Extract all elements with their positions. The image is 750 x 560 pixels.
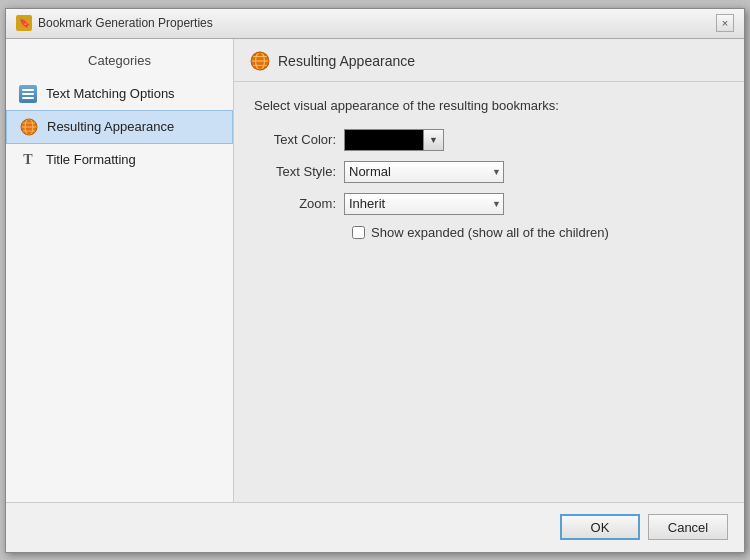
sidebar-item-resulting-appearance[interactable]: Resulting Appearance [6, 110, 233, 144]
panel-title: Resulting Appearance [278, 53, 415, 69]
zoom-label: Zoom: [254, 196, 344, 211]
sidebar-item-label-resulting-appearance: Resulting Appearance [47, 119, 174, 134]
text-style-select-wrapper: Normal Bold Italic Bold Italic [344, 161, 504, 183]
text-color-row: Text Color: ▼ [254, 129, 724, 151]
zoom-row: Zoom: Inherit Fit Page Fit Width Fit Hei… [254, 193, 724, 215]
sidebar-item-label-title-formatting: Title Formatting [46, 152, 136, 167]
color-picker-button[interactable] [344, 129, 424, 151]
content-area: Categories Text Matching Options [6, 39, 744, 502]
textmatch-icon [18, 84, 38, 104]
globe-icon [19, 117, 39, 137]
main-panel: Resulting Appearance Select visual appea… [234, 39, 744, 502]
cancel-button[interactable]: Cancel [648, 514, 728, 540]
sidebar-item-text-matching[interactable]: Text Matching Options [6, 78, 233, 110]
show-expanded-label[interactable]: Show expanded (show all of the children) [371, 225, 609, 240]
sidebar-header: Categories [6, 47, 233, 78]
close-button[interactable]: × [716, 14, 734, 32]
panel-header: Resulting Appearance [234, 39, 744, 82]
panel-body: Select visual appearance of the resultin… [234, 82, 744, 502]
footer: OK Cancel [6, 502, 744, 552]
color-picker-wrapper: ▼ [344, 129, 444, 151]
instruction-text: Select visual appearance of the resultin… [254, 98, 724, 113]
text-style-row: Text Style: Normal Bold Italic Bold Ital… [254, 161, 724, 183]
sidebar-item-label-text-matching: Text Matching Options [46, 86, 175, 101]
sidebar-item-title-formatting[interactable]: T Title Formatting [6, 144, 233, 176]
zoom-select[interactable]: Inherit Fit Page Fit Width Fit Height 25… [344, 193, 504, 215]
window-title: Bookmark Generation Properties [38, 16, 213, 30]
text-style-label: Text Style: [254, 164, 344, 179]
panel-icon [250, 51, 270, 71]
sidebar: Categories Text Matching Options [6, 39, 234, 502]
show-expanded-row: Show expanded (show all of the children) [352, 225, 724, 240]
window-icon: 🔖 [16, 15, 32, 31]
title-bar-left: 🔖 Bookmark Generation Properties [16, 15, 213, 31]
text-color-label: Text Color: [254, 132, 344, 147]
text-style-select[interactable]: Normal Bold Italic Bold Italic [344, 161, 504, 183]
color-dropdown-arrow[interactable]: ▼ [424, 129, 444, 151]
title-format-icon: T [18, 150, 38, 170]
main-window: 🔖 Bookmark Generation Properties × Categ… [5, 8, 745, 553]
zoom-select-wrapper: Inherit Fit Page Fit Width Fit Height 25… [344, 193, 504, 215]
ok-button[interactable]: OK [560, 514, 640, 540]
show-expanded-checkbox[interactable] [352, 226, 365, 239]
title-bar: 🔖 Bookmark Generation Properties × [6, 9, 744, 39]
